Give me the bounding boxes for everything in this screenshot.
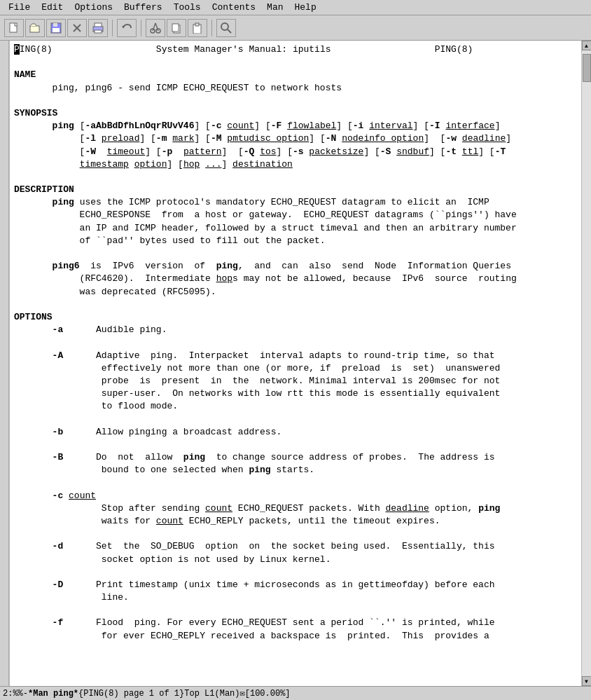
menubar: File Edit Options Buffers Tools Contents… — [0, 0, 591, 15]
svg-point-19 — [221, 23, 228, 30]
status-position: 2:%%- — [3, 689, 28, 699]
undo-button[interactable] — [117, 19, 137, 37]
menu-buffers[interactable]: Buffers — [118, 1, 168, 14]
man-page-text: PING(8) System Manager's Manual: iputils… — [10, 41, 581, 686]
menu-contents[interactable]: Contents — [207, 1, 261, 14]
scrollbar-thumb[interactable] — [583, 54, 591, 82]
line-gutter — [0, 41, 10, 686]
scrollbar-down-button[interactable]: ▼ — [582, 676, 592, 686]
statusbar: 2:%%- *Man ping* {PING(8) page 1 of 1} T… — [0, 686, 591, 700]
search-button[interactable] — [216, 19, 236, 37]
svg-rect-1 — [30, 26, 39, 32]
menu-edit[interactable]: Edit — [36, 1, 69, 14]
svg-rect-9 — [95, 30, 102, 33]
print-button[interactable] — [88, 19, 108, 37]
svg-line-20 — [228, 29, 231, 33]
svg-rect-16 — [172, 24, 179, 32]
close-button[interactable] — [67, 19, 87, 37]
menu-tools[interactable]: Tools — [168, 1, 207, 14]
main-content[interactable]: PING(8) System Manager's Manual: iputils… — [10, 41, 581, 686]
new-button[interactable] — [4, 19, 24, 37]
menu-file[interactable]: File — [3, 1, 36, 14]
menu-options[interactable]: Options — [69, 1, 118, 14]
open-button[interactable] — [25, 19, 45, 37]
svg-rect-4 — [53, 28, 60, 32]
status-zoom: [100.00%] — [245, 689, 291, 699]
save-button[interactable] — [46, 19, 66, 37]
cut-button[interactable] — [146, 19, 165, 37]
status-top: Top L1 — [184, 689, 214, 699]
svg-rect-3 — [53, 23, 57, 27]
menu-man[interactable]: Man — [261, 1, 288, 14]
paste-button[interactable] — [188, 19, 207, 37]
status-type: (Man) — [214, 689, 239, 699]
scrollbar-track[interactable] — [582, 50, 592, 676]
svg-marker-10 — [122, 26, 125, 28]
menu-help[interactable]: Help — [289, 1, 322, 14]
svg-rect-18 — [195, 23, 199, 26]
status-buffer: *Man ping* — [28, 689, 78, 699]
status-email-icon: ✉ — [240, 688, 245, 699]
copy-button[interactable] — [167, 19, 186, 37]
toolbar-separator-2 — [141, 20, 141, 36]
toolbar-separator-3 — [211, 20, 212, 36]
status-page-detail: {PING(8) page 1 of 1} — [78, 689, 184, 699]
content-area: PING(8) System Manager's Manual: iputils… — [0, 41, 591, 686]
scrollbar-up-button[interactable]: ▲ — [582, 41, 592, 50]
scrollbar[interactable]: ▲ ▼ — [581, 41, 591, 686]
toolbar-separator-1 — [112, 20, 113, 36]
toolbar — [0, 15, 591, 41]
